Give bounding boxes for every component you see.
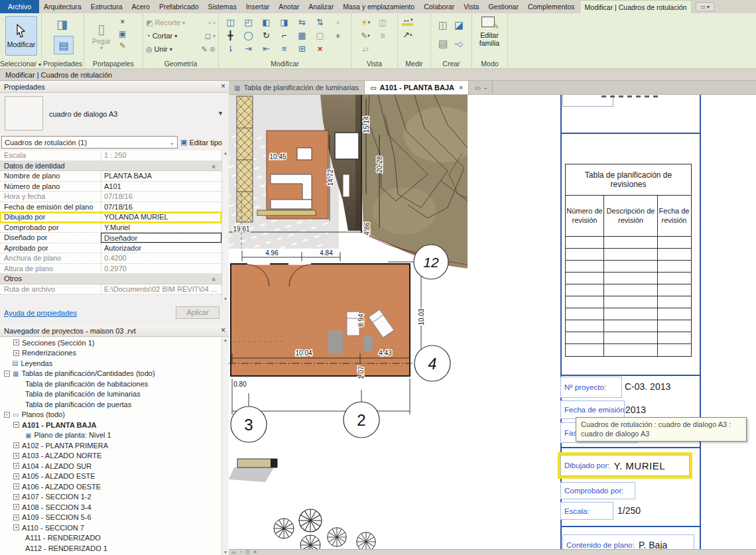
- tab-prefabricado[interactable]: Prefabricado: [155, 0, 204, 13]
- revision-schedule[interactable]: Tabla de planificación de revisiones Núm…: [565, 164, 692, 357]
- tree-item-a109[interactable]: +A109 - SECCION 5-6: [0, 513, 221, 523]
- property-row[interactable]: Número de planoA101: [0, 182, 221, 192]
- mirror-draw-icon[interactable]: ◨: [280, 17, 288, 27]
- value-fecha-emision[interactable]: 2013: [625, 404, 646, 415]
- tab-vista[interactable]: Vista: [459, 0, 483, 13]
- rotate-icon[interactable]: ↻: [263, 31, 270, 40]
- lightbulb-icon[interactable]: ☀▾: [361, 18, 370, 27]
- properties-palette-toggle[interactable]: ▤: [54, 36, 74, 54]
- scale-control-icon[interactable]: ▭: [231, 550, 236, 555]
- copy-icon[interactable]: ▣: [119, 29, 126, 38]
- tree-item-a103[interactable]: +A103 - ALZADO NORTE: [0, 451, 221, 462]
- collapse-icon[interactable]: «: [210, 278, 220, 282]
- field-comprobado-por[interactable]: Comprobado por:: [560, 482, 635, 499]
- match-properties-icon[interactable]: ✎: [119, 41, 126, 50]
- apply-button[interactable]: Aplicar: [176, 306, 220, 319]
- tab-gestionar[interactable]: Gestionar: [483, 0, 523, 13]
- tab-modificar-cuadros-de-rotulacion[interactable]: Modificar | Cuadros de rotulación: [580, 0, 692, 13]
- expand-icon[interactable]: +: [13, 494, 19, 500]
- delete-icon[interactable]: ×: [318, 44, 323, 54]
- aligned-dimension-icon[interactable]: ↗▾: [403, 30, 412, 40]
- tab-colaborar[interactable]: Colaborar: [419, 0, 459, 13]
- grid-bubble-12[interactable]: 12: [414, 245, 448, 279]
- expand-icon[interactable]: +: [13, 515, 19, 521]
- browser-scrollbar[interactable]: ▴ ▾: [221, 338, 229, 555]
- cortar-button[interactable]: ◔ Cortar ▾ ◻ ▾: [146, 29, 216, 42]
- pin-icon[interactable]: ♦: [336, 31, 340, 40]
- tab-archivo[interactable]: Archivo: [0, 0, 39, 13]
- property-row[interactable]: Anchura de plano0.4200: [0, 253, 221, 264]
- property-row[interactable]: Altura de plano0.2970: [0, 264, 221, 275]
- property-group-header[interactable]: Datos de identidad«: [0, 161, 221, 172]
- equalize-icon[interactable]: ⇆: [298, 17, 306, 27]
- property-row[interactable]: Nombre de planoPLANTA BAJA: [0, 171, 221, 182]
- expand-icon[interactable]: +: [13, 483, 19, 489]
- grid-bubble-2[interactable]: 2: [344, 402, 379, 438]
- property-row[interactable]: Diseñado porDiseñador: [0, 233, 221, 243]
- tree-item-a112[interactable]: A112 - RENDERIZADO 1: [0, 543, 221, 554]
- value-numero-proyecto[interactable]: C-03. 2013: [625, 381, 670, 392]
- property-help-link[interactable]: Ayuda de propiedades: [4, 309, 77, 317]
- tree-item-a105[interactable]: +A105 - ALZADO ESTE: [0, 471, 221, 482]
- tree-item-tablas[interactable]: −▦Tablas de planificación/Cantidades (to…: [0, 369, 221, 379]
- cut-icon[interactable]: ×: [119, 17, 126, 27]
- view-tab-tabla-luminarias[interactable]: ▦ Tabla de planificación de luminarias: [229, 81, 365, 94]
- view-tab-a101-planta-baja[interactable]: ▭ A101 - PLANTA BAJA ×: [365, 81, 469, 94]
- measure-icon[interactable]: ↔▾: [402, 16, 413, 26]
- project-browser-header[interactable]: Navegador de proyectos - maison 03 .rvt …: [0, 325, 229, 337]
- expand-icon[interactable]: +: [13, 473, 19, 479]
- detail-level-icon[interactable]: ◔: [239, 550, 242, 555]
- expand-icon[interactable]: +: [13, 339, 19, 345]
- array-icon[interactable]: ≡: [282, 44, 287, 54]
- recorte-button[interactable]: ◩ Recorte ▾ ▫ ▫: [146, 16, 216, 29]
- property-group-header[interactable]: Otros«: [0, 274, 221, 284]
- trim-extend-icon[interactable]: ⌐: [282, 31, 287, 40]
- close-icon[interactable]: ×: [221, 326, 225, 335]
- collapse-icon[interactable]: −: [4, 412, 10, 418]
- create-parts-icon[interactable]: ▫◇: [455, 40, 463, 48]
- create-similar-icon[interactable]: ◪: [454, 19, 464, 31]
- view-control-bar[interactable]: ▭ ◔ ◫ ☀: [229, 549, 756, 555]
- tree-item-renderizaciones[interactable]: +Renderizaciones: [0, 348, 221, 359]
- tab-analizar[interactable]: Analizar: [304, 0, 338, 13]
- properties-header[interactable]: Propiedades ×: [0, 81, 229, 93]
- grid-bubble-4[interactable]: 4: [414, 345, 450, 381]
- properties-scrollbar[interactable]: ▴ ▾: [221, 151, 229, 302]
- scroll-up-icon[interactable]: ▴: [222, 151, 229, 156]
- unir-button[interactable]: ◎ Unir ▾ ✎ ⊕: [146, 42, 216, 56]
- ribbon-state-toggle[interactable]: ▭▾: [696, 2, 714, 11]
- copy-element-icon[interactable]: ◯: [243, 31, 253, 40]
- tree-item-a106[interactable]: +A106 - ALZADO OESTE: [0, 481, 221, 492]
- sheet-view[interactable]: 12 4 3 2: [229, 95, 756, 555]
- grid-bubble-3[interactable]: 3: [231, 406, 267, 442]
- create-assembly-icon[interactable]: ▤: [438, 38, 448, 50]
- view-tab-other[interactable]: ▭ -: [469, 81, 492, 94]
- expand-icon[interactable]: +: [13, 350, 19, 356]
- matrix-icon[interactable]: ▦: [298, 31, 306, 40]
- element-filter-select[interactable]: Cuadros de rotulación (1) ⌄: [1, 136, 178, 149]
- panel-label-seleccionar[interactable]: Seleccionar ▾: [0, 60, 41, 68]
- tree-item-a101[interactable]: −A101 - PLANTA BAJA: [0, 420, 221, 430]
- tree-item-tabla-habitaciones[interactable]: Tabla de planificación de habitaciones: [0, 379, 221, 389]
- tab-anotar[interactable]: Anotar: [274, 0, 304, 13]
- property-row[interactable]: Aprobado porAutorizador: [0, 243, 221, 254]
- field-escala[interactable]: Escala:: [560, 502, 613, 520]
- linework-icon[interactable]: ≡: [380, 31, 385, 40]
- mirror-axis-icon[interactable]: ◧: [262, 17, 270, 27]
- tab-insertar[interactable]: Insertar: [241, 0, 275, 13]
- tab-acero[interactable]: Acero: [127, 0, 155, 13]
- scroll-up-icon[interactable]: ▴: [222, 338, 229, 343]
- field-numero-proyecto[interactable]: Nº proyecto:: [560, 377, 622, 398]
- edit-type-button[interactable]: ▣ Editar tipo: [180, 136, 227, 149]
- tree-item-secciones[interactable]: +Secciones (Sección 1): [0, 338, 221, 348]
- tab-estructura[interactable]: Estructura: [86, 0, 127, 13]
- tab-masa-y-emplazamiento[interactable]: Masa y emplazamiento: [338, 0, 419, 13]
- tree-item-tabla-luminarias[interactable]: Tabla de planificación de luminarias: [0, 389, 221, 400]
- align-icon[interactable]: ◫: [226, 17, 234, 27]
- value-escala[interactable]: 1/250: [617, 505, 641, 516]
- align-left-icon[interactable]: ⇤: [263, 44, 270, 54]
- property-row-dibujado-por-highlighted[interactable]: Dibujado porYOLANDA MURIEL: [0, 212, 221, 223]
- scale-icon[interactable]: ▢: [316, 31, 324, 40]
- tree-item-a108[interactable]: +A108 - SECCION 3-4: [0, 502, 221, 513]
- move-icon[interactable]: ╋: [228, 31, 233, 40]
